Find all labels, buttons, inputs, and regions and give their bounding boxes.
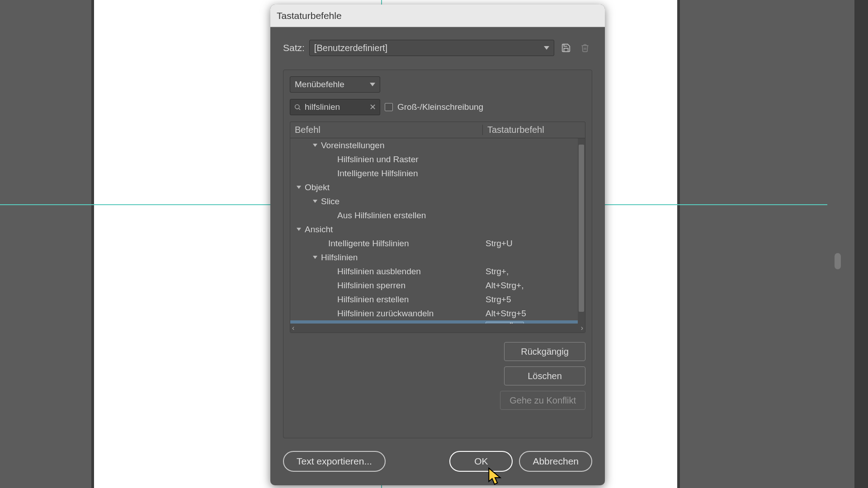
- table-row[interactable]: Intelligente Hilfslinien: [290, 166, 585, 180]
- row-shortcut: Strg+5: [486, 295, 511, 305]
- case-sensitive-checkbox[interactable]: [385, 103, 393, 111]
- search-input[interactable]: hilfslinien ✕: [290, 99, 380, 115]
- category-value: Menübefehle: [295, 80, 344, 89]
- chevron-down-icon: [544, 46, 549, 50]
- chevron-down-icon: [370, 83, 375, 86]
- export-text-button[interactable]: Text exportieren...: [283, 451, 386, 472]
- svg-point-0: [295, 105, 299, 109]
- set-dropdown[interactable]: [Benutzerdefiniert]: [309, 40, 554, 56]
- search-icon: [294, 103, 301, 111]
- expander-icon[interactable]: [295, 186, 303, 189]
- canvas-edge: [677, 0, 680, 488]
- table-row[interactable]: Ansicht: [290, 222, 585, 236]
- table-row[interactable]: Slice: [290, 194, 585, 208]
- expander-icon[interactable]: [311, 144, 319, 147]
- row-label: Hilfslinien zurückwandeln: [337, 309, 434, 319]
- column-command[interactable]: Befehl: [290, 125, 483, 135]
- row-label: Aus Hilfslinien erstellen: [337, 211, 426, 221]
- table-row[interactable]: Hilfslinien zurückwandeln Alt+Strg+5: [290, 306, 585, 320]
- row-label: Hilfslinien: [321, 253, 358, 263]
- ok-button[interactable]: OK: [449, 451, 513, 472]
- row-label: Intelligente Hilfslinien: [328, 239, 409, 249]
- row-label: Hilfslinien ausblenden: [337, 267, 421, 277]
- case-sensitive-label: Groß-/Kleinschreibung: [397, 102, 483, 112]
- row-label: Voreinstellungen: [321, 141, 385, 150]
- horizontal-scrollbar[interactable]: ‹ ›: [290, 324, 585, 333]
- table-row[interactable]: Voreinstellungen: [290, 138, 585, 152]
- save-set-icon[interactable]: [559, 41, 573, 55]
- expander-icon[interactable]: [311, 256, 319, 259]
- table-row[interactable]: Aus Hilfslinien erstellen: [290, 208, 585, 222]
- commands-table: Befehl Tastaturbefehl Voreinstellungen H…: [290, 122, 585, 333]
- row-label: Slice: [321, 197, 340, 206]
- svg-line-1: [299, 108, 300, 110]
- set-label: Satz:: [283, 42, 305, 53]
- table-row[interactable]: Hilfslinien erstellen Strg+5: [290, 292, 585, 306]
- category-dropdown[interactable]: Menübefehle: [290, 76, 380, 93]
- set-value: [Benutzerdefiniert]: [314, 43, 387, 53]
- commands-panel: Menübefehle hilfslinien ✕ Groß-/Kleinsch…: [283, 70, 592, 438]
- row-label: Hilfslinien löschen: [337, 323, 406, 324]
- shortcut-input[interactable]: Strg+Ü ×: [486, 322, 524, 324]
- table-row[interactable]: Objekt: [290, 180, 585, 194]
- delete-set-icon: [578, 41, 592, 55]
- row-label: Objekt: [305, 183, 330, 192]
- goto-conflict-button: Gehe zu Konflikt: [500, 391, 585, 410]
- table-row[interactable]: Hilfslinien sperren Alt+Strg+,: [290, 278, 585, 292]
- row-shortcut: Strg+Ü: [489, 323, 514, 324]
- table-row[interactable]: Hilfslinien: [290, 250, 585, 264]
- expander-icon[interactable]: [311, 200, 319, 203]
- cancel-button[interactable]: Abbrechen: [519, 451, 592, 472]
- scrollbar-thumb[interactable]: [579, 145, 584, 312]
- table-row[interactable]: Hilfslinien ausblenden Strg+,: [290, 264, 585, 278]
- dialog-title: Tastaturbefehle: [270, 5, 605, 27]
- chevron-right-icon[interactable]: ›: [581, 324, 583, 332]
- clear-search-icon[interactable]: ✕: [369, 102, 376, 112]
- svg-marker-2: [489, 468, 500, 484]
- delete-button[interactable]: Löschen: [504, 366, 585, 385]
- keyboard-shortcuts-dialog: Tastaturbefehle Satz: [Benutzerdefiniert…: [270, 5, 605, 485]
- right-dock: [854, 0, 868, 488]
- scrollbar-thumb[interactable]: [835, 253, 841, 269]
- row-shortcut: Alt+Strg+,: [486, 281, 524, 291]
- undo-button[interactable]: Rückgängig: [504, 342, 585, 361]
- row-shortcut: Strg+,: [486, 267, 509, 277]
- chevron-left-icon[interactable]: ‹: [292, 324, 294, 332]
- row-label: Hilfslinien sperren: [337, 281, 406, 291]
- scrollbar-track[interactable]: [578, 138, 585, 324]
- mouse-cursor: [488, 467, 503, 486]
- expander-icon[interactable]: [295, 228, 303, 231]
- row-label: Intelligente Hilfslinien: [337, 169, 418, 178]
- row-label: Hilfslinien erstellen: [337, 295, 409, 305]
- table-row-selected[interactable]: Hilfslinien löschen Strg+Ü ×: [290, 320, 585, 324]
- row-label: Ansicht: [305, 225, 333, 235]
- canvas-edge: [91, 0, 94, 488]
- row-label: Hilfslinien und Raster: [337, 155, 419, 164]
- row-shortcut: Strg+U: [486, 239, 513, 249]
- search-value: hilfslinien: [305, 102, 366, 112]
- column-shortcut[interactable]: Tastaturbefehl: [483, 125, 585, 135]
- table-row[interactable]: Intelligente Hilfslinien Strg+U: [290, 236, 585, 250]
- table-row[interactable]: Hilfslinien und Raster: [290, 152, 585, 166]
- row-shortcut: Alt+Strg+5: [486, 309, 526, 319]
